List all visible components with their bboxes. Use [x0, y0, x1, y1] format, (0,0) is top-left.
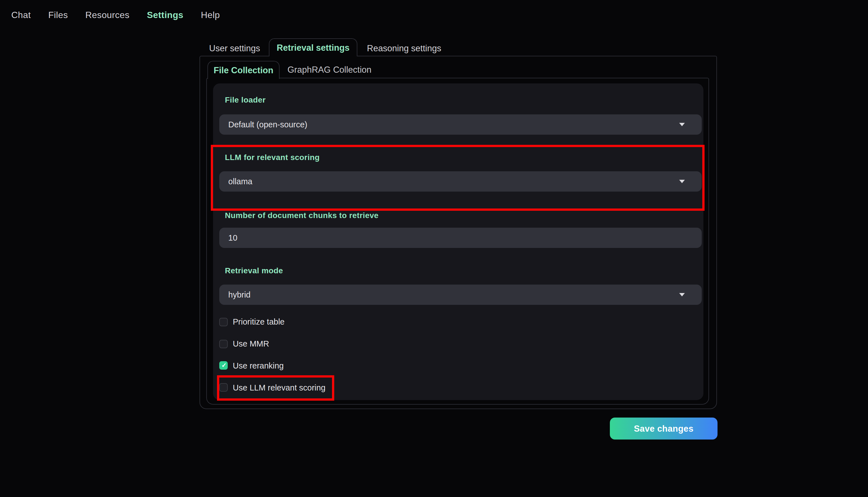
- retrieval-mode-select[interactable]: hybrid: [219, 285, 702, 305]
- chevron-down-icon: [679, 123, 685, 126]
- use-reranking-label: Use reranking: [233, 361, 284, 370]
- use-reranking-checkbox[interactable]: ✓: [219, 361, 228, 370]
- tab-graphrag-collection[interactable]: GraphRAG Collection: [287, 65, 371, 75]
- chevron-down-icon: [679, 180, 685, 183]
- use-llm-scoring-checkbox[interactable]: [219, 383, 228, 392]
- llm-scoring-label: LLM for relevant scoring: [225, 153, 319, 162]
- file-loader-select[interactable]: Default (open-source): [219, 114, 702, 135]
- check-icon: ✓: [220, 361, 228, 370]
- tab-retrieval-settings[interactable]: Retrieval settings: [269, 38, 357, 56]
- tab-file-collection-label: File Collection: [214, 65, 273, 75]
- use-llm-scoring-label: Use LLM relevant scoring: [233, 383, 326, 392]
- nav-item-settings[interactable]: Settings: [147, 10, 183, 20]
- tab-retrieval-settings-label: Retrieval settings: [277, 43, 350, 53]
- llm-scoring-select[interactable]: ollama: [219, 171, 702, 191]
- nav-item-resources[interactable]: Resources: [85, 10, 130, 20]
- file-loader-value: Default (open-source): [228, 120, 308, 129]
- nav-item-chat[interactable]: Chat: [11, 10, 31, 20]
- tab-reasoning-settings[interactable]: Reasoning settings: [367, 43, 441, 54]
- prioritize-table-row[interactable]: Prioritize table: [219, 317, 285, 327]
- use-llm-scoring-row[interactable]: Use LLM relevant scoring: [219, 382, 326, 393]
- chevron-down-icon: [679, 293, 685, 296]
- top-navigation: Chat Files Resources Settings Help: [11, 10, 220, 20]
- save-changes-button[interactable]: Save changes: [610, 417, 717, 440]
- num-chunks-input[interactable]: [219, 228, 702, 248]
- nav-item-files[interactable]: Files: [48, 10, 68, 20]
- prioritize-table-checkbox[interactable]: [219, 317, 228, 326]
- use-mmr-checkbox[interactable]: [219, 340, 228, 348]
- prioritize-table-label: Prioritize table: [233, 317, 285, 326]
- llm-scoring-value: ollama: [228, 177, 252, 186]
- num-chunks-label: Number of document chunks to retrieve: [225, 211, 379, 220]
- file-loader-label: File loader: [225, 95, 266, 104]
- retrieval-mode-value: hybrid: [228, 290, 251, 299]
- use-mmr-label: Use MMR: [233, 339, 269, 348]
- retrieval-mode-label: Retrieval mode: [225, 266, 283, 275]
- use-mmr-row[interactable]: Use MMR: [219, 339, 269, 349]
- tab-user-settings[interactable]: User settings: [209, 43, 260, 54]
- settings-page: Chat Files Resources Settings Help User …: [0, 0, 868, 497]
- tab-file-collection[interactable]: File Collection: [208, 61, 280, 79]
- use-reranking-row[interactable]: ✓ Use reranking: [219, 360, 284, 370]
- nav-item-help[interactable]: Help: [201, 10, 220, 20]
